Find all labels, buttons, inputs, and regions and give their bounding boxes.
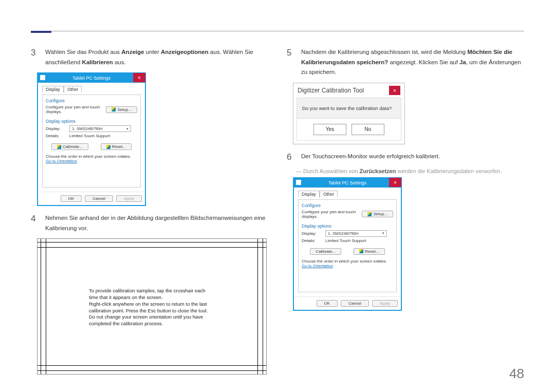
tabs: Display Other — [298, 191, 397, 197]
window-footer: OK Cancel Apply — [294, 296, 401, 310]
page-number: 48 — [509, 366, 524, 382]
order-text: Choose the order in which your screen ro… — [302, 259, 393, 264]
orientation-link[interactable]: Go to Orientation — [46, 159, 137, 163]
section-display-options: Display options — [302, 223, 393, 229]
configure-desc: Configure your pen and touch displays. — [46, 105, 103, 114]
configure-desc: Configure your pen and touch displays. — [302, 210, 359, 219]
section-display-options: Display options — [46, 119, 137, 124]
shield-icon — [367, 212, 372, 216]
calibration-instructions: To provide calibration samples, tap the … — [89, 288, 215, 327]
dash: ― — [296, 168, 302, 174]
dialog-buttons: Yes No — [297, 119, 401, 140]
yes-button[interactable]: Yes — [313, 124, 346, 135]
tab-other[interactable]: Other — [64, 86, 82, 92]
setup-button[interactable]: Setup... — [362, 211, 393, 217]
close-button[interactable]: × — [389, 86, 400, 95]
tab-display[interactable]: Display — [42, 86, 64, 92]
panel: Configure Configure your pen and touch d… — [298, 199, 397, 292]
lbl: Calibrate... — [63, 144, 83, 149]
b: Anzeige — [121, 49, 144, 55]
window-titlebar: Tablet PC Settings × — [294, 178, 401, 188]
tab-display[interactable]: Display — [298, 191, 320, 197]
dialog-question: Do you want to save the calibration data… — [297, 98, 401, 119]
b: Kalibrieren — [82, 59, 113, 65]
right-column: 5 Nachdem die Kalibrierung abgeschlossen… — [287, 47, 523, 318]
window-footer: OK Cancel Apply — [38, 192, 145, 205]
tabs: Display Other — [42, 86, 141, 92]
details-label: Details: — [302, 238, 322, 243]
t: Wählen Sie das Produkt aus — [45, 49, 121, 55]
section-configure: Configure — [302, 203, 393, 208]
lbl: Setup... — [117, 107, 132, 112]
step-text: Der Touchscreen-Monitor wurde erfolgreic… — [301, 152, 440, 163]
t: angezeigt. Klicken Sie auf — [388, 59, 459, 65]
window-icon — [40, 75, 45, 80]
display-dropdown[interactable]: 1. SMS24B750H — [69, 125, 131, 132]
b: Anzeigeoptionen — [161, 49, 209, 55]
b: Zurücksetzen — [360, 168, 396, 174]
window-body: Display Other Configure Configure your p… — [38, 83, 145, 192]
shield-icon — [112, 107, 116, 111]
note: ― Durch Auswählen von Zurücksetzen werde… — [296, 168, 523, 174]
reset-button[interactable]: Reset... — [354, 248, 385, 255]
t: unter — [144, 49, 161, 55]
t: aus. — [113, 59, 126, 65]
step-4: 4 Nehmen Sie anhand der in der Abbildung… — [31, 213, 267, 233]
order-text: Choose the order in which your screen ro… — [46, 154, 137, 159]
tablet-pc-settings-window: Tablet PC Settings × Display Other Confi… — [37, 72, 146, 206]
apply-button[interactable]: Apply — [372, 300, 398, 307]
step-number: 4 — [31, 213, 39, 233]
dialog-title: Digitizer Calibration Tool — [298, 87, 364, 94]
cancel-button[interactable]: Cancel — [85, 195, 113, 202]
step-text: Wählen Sie das Produkt aus Anzeige unter… — [45, 47, 267, 67]
window-titlebar: Tablet PC Settings × — [38, 73, 145, 83]
shield-icon — [106, 145, 110, 149]
lbl: Reset... — [112, 144, 126, 149]
step-number: 6 — [287, 152, 295, 163]
header-rule — [31, 31, 524, 31]
left-column: 3 Wählen Sie das Produkt aus Anzeige unt… — [31, 47, 267, 375]
tablet-pc-settings-window-2: Tablet PC Settings × Display Other Confi… — [293, 177, 402, 311]
display-label: Display: — [46, 126, 66, 131]
step-text: Nachdem die Kalibrierung abgeschlossen i… — [301, 47, 523, 78]
step-number: 5 — [287, 47, 295, 78]
window-title: Tablet PC Settings — [72, 76, 110, 81]
calibration-screen: To provide calibration samples, tap the … — [37, 238, 267, 375]
digitizer-dialog: Digitizer Calibration Tool × Do you want… — [293, 83, 405, 144]
val: 1. SMS24B750H — [72, 126, 103, 131]
tab-other[interactable]: Other — [320, 191, 338, 197]
step-text: Nehmen Sie anhand der in der Abbildung d… — [45, 213, 267, 233]
t: Nachdem die Kalibrierung abgeschlossen i… — [301, 49, 467, 55]
details-label: Details: — [46, 134, 66, 138]
shield-icon — [359, 249, 363, 253]
t: werden die Kalibrierungsdaten verworfen. — [396, 168, 502, 174]
val: 1. SMS24B750H — [328, 231, 359, 236]
display-dropdown[interactable]: 1. SMS24B750H — [325, 230, 387, 237]
panel: Configure Configure your pen and touch d… — [42, 95, 141, 188]
apply-button[interactable]: Apply — [116, 195, 142, 202]
no-button[interactable]: No — [351, 124, 384, 135]
close-button[interactable]: × — [133, 73, 145, 82]
reset-button[interactable]: Reset... — [101, 143, 132, 150]
orientation-link[interactable]: Go to Orientation — [302, 264, 393, 268]
close-button[interactable]: × — [389, 178, 401, 187]
dialog-body: Do you want to save the calibration data… — [297, 98, 401, 141]
step-6: 6 Der Touchscreen-Monitor wurde erfolgre… — [287, 152, 523, 163]
setup-button[interactable]: Setup... — [106, 106, 137, 113]
window-body: Display Other Configure Configure your p… — [294, 188, 401, 296]
header-accent — [31, 31, 51, 33]
lbl: Setup... — [373, 212, 387, 216]
window-title: Tablet PC Settings — [328, 180, 366, 185]
details-value: Limited Touch Support — [325, 238, 366, 243]
section-configure: Configure — [46, 98, 137, 103]
ok-button[interactable]: OK — [317, 300, 338, 307]
shield-icon — [57, 145, 61, 149]
ok-button[interactable]: OK — [61, 195, 82, 202]
step-5: 5 Nachdem die Kalibrierung abgeschlossen… — [287, 47, 523, 78]
cancel-button[interactable]: Cancel — [341, 300, 369, 307]
display-label: Display: — [302, 231, 322, 236]
b: Ja — [459, 59, 466, 65]
calibrate-button[interactable]: Calibrate... — [51, 143, 88, 150]
calibrate-button[interactable]: Calibrate... — [310, 248, 341, 255]
lbl: Reset... — [365, 249, 379, 254]
